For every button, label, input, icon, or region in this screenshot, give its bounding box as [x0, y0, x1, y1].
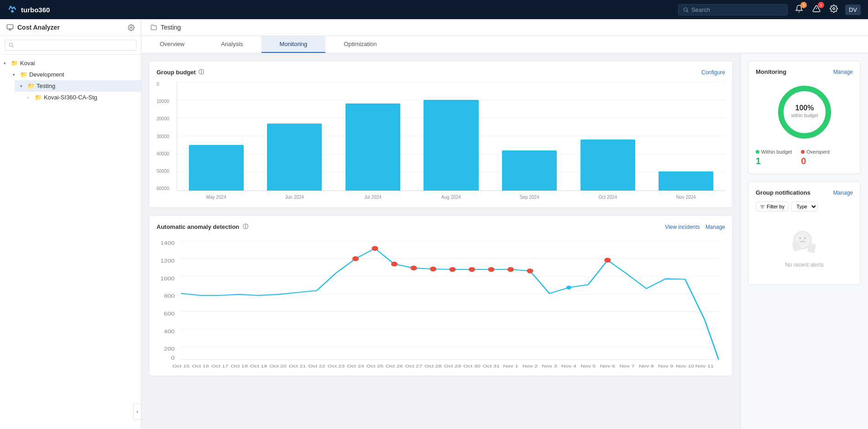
anomaly-dot	[352, 256, 359, 261]
anomaly-dot	[527, 269, 533, 274]
sidebar-search-input[interactable]	[16, 42, 132, 48]
manage-anomaly-link[interactable]: Manage	[706, 224, 725, 230]
svg-point-57	[781, 88, 828, 136]
notifications-manage-link[interactable]: Manage	[833, 190, 853, 196]
bar-group: Oct 2024	[569, 82, 647, 191]
no-alerts-text: No recent alerts	[785, 262, 824, 268]
svg-text:400: 400	[164, 329, 175, 334]
folder-icon: 📁	[11, 60, 18, 67]
sidebar-search[interactable]	[5, 40, 136, 51]
svg-text:1400: 1400	[160, 241, 174, 246]
svg-text:Nov 11: Nov 11	[695, 363, 714, 368]
brand: turbo360	[7, 5, 50, 15]
tab-monitoring[interactable]: Monitoring	[261, 36, 326, 53]
bar-group: Jul 2024	[334, 82, 412, 191]
bar	[267, 124, 322, 191]
bar-label: Jun 2024	[285, 195, 304, 200]
tab-analysis[interactable]: Analysis	[203, 36, 261, 53]
tree-item-testing[interactable]: ▾ 📁 Testing	[15, 80, 141, 92]
folder-icon: 📁	[35, 94, 42, 101]
sidebar-settings-icon[interactable]	[128, 24, 135, 31]
right-panel: Monitoring Manage 100% within budget	[740, 53, 868, 429]
tree-sub-kovai: ▾ 📁 Development ▾ 📁 Testing › 📁 Kov	[0, 69, 141, 103]
tree-item-kovai-si360[interactable]: › 📁 Kovai-SI360-CA-Stg	[22, 92, 141, 103]
tab-optimization[interactable]: Optimization	[325, 36, 395, 53]
svg-text:Oct 15: Oct 15	[173, 363, 189, 368]
tab-overview[interactable]: Overview	[141, 36, 203, 53]
svg-point-64	[799, 238, 801, 239]
svg-text:Oct 25: Oct 25	[366, 363, 383, 368]
svg-line-11	[12, 46, 14, 47]
sidebar-search-row	[0, 36, 141, 55]
svg-line-2	[687, 10, 688, 12]
folder-icon: 📁	[27, 83, 35, 89]
svg-point-1	[684, 8, 687, 11]
search-input[interactable]	[691, 6, 783, 13]
tree-item-development[interactable]: ▾ 📁 Development	[7, 69, 141, 80]
svg-text:Nov 4: Nov 4	[561, 363, 576, 368]
tree: ▾ 📁 Kovai ▾ 📁 Development ▾ 📁 Testing	[0, 55, 141, 106]
svg-text:1000: 1000	[160, 276, 174, 281]
bars-container: May 2024 Jun 2024 Jul 2024	[177, 82, 725, 191]
svg-text:Nov 2: Nov 2	[523, 363, 538, 368]
svg-text:Oct 26: Oct 26	[386, 363, 403, 368]
y-axis: 60000 50000 40000 30000 20000 10000 0	[157, 82, 177, 191]
svg-text:within budget: within budget	[790, 113, 818, 118]
svg-text:Oct 29: Oct 29	[444, 363, 461, 368]
svg-point-5	[833, 8, 835, 10]
user-avatar[interactable]: DV	[845, 5, 861, 15]
sidebar-title: Cost Analyzer	[6, 24, 60, 31]
within-budget-value: 1	[756, 156, 792, 166]
bar-chart: 60000 50000 40000 30000 20000 10000 0	[157, 82, 725, 200]
page-title: Testing	[161, 24, 181, 31]
svg-text:Oct 20: Oct 20	[269, 363, 286, 368]
alerts-btn[interactable]: 1	[810, 3, 822, 16]
anomaly-actions: View incidents Manage	[665, 224, 725, 230]
sidebar-search-icon	[9, 42, 14, 48]
type-select[interactable]: Type	[791, 202, 818, 212]
bar	[580, 140, 635, 191]
svg-text:0: 0	[171, 355, 175, 361]
top-nav-actions: 5 1 DV	[678, 3, 861, 16]
settings-btn[interactable]	[828, 3, 840, 16]
search-box[interactable]	[678, 4, 788, 16]
svg-text:Nov 7: Nov 7	[619, 363, 634, 368]
bar-group: Aug 2024	[412, 82, 491, 191]
svg-text:Oct 22: Oct 22	[308, 363, 325, 368]
content-area: Group budget ⓘ Configure 60000 50000 400…	[141, 53, 868, 429]
sidebar: Cost Analyzer ▾ 📁 Kovai	[0, 19, 141, 429]
anomaly-dot	[469, 267, 475, 272]
monitoring-manage-link[interactable]: Manage	[833, 69, 853, 75]
bar-label: Sep 2024	[520, 195, 539, 200]
page-header: Testing	[141, 19, 868, 36]
top-nav: turbo360 5 1	[0, 0, 868, 19]
filter-by-btn[interactable]: Filter by	[756, 202, 789, 212]
notifications-btn[interactable]: 5	[793, 3, 805, 16]
tree-sub-testing: › 📁 Kovai-SI360-CA-Stg	[15, 92, 141, 103]
red-dot	[801, 150, 805, 154]
sidebar-header: Cost Analyzer	[0, 19, 141, 36]
svg-text:Nov 10: Nov 10	[676, 363, 694, 368]
tree-item-label: Kovai-SI360-CA-Stg	[44, 94, 97, 101]
info-icon[interactable]: ⓘ	[243, 223, 248, 231]
filter-row: Filter by Type	[756, 202, 853, 212]
svg-rect-6	[7, 25, 13, 29]
anomaly-dot	[410, 265, 417, 270]
svg-text:Nov 8: Nov 8	[639, 363, 654, 368]
anomaly-line	[181, 248, 719, 360]
tree-item-label: Testing	[37, 83, 55, 89]
collapse-sidebar-btn[interactable]: ‹	[133, 403, 141, 420]
search-icon	[683, 7, 689, 13]
notifications-title: Group notifications	[756, 189, 810, 196]
tree-item-label: Development	[29, 71, 64, 78]
view-incidents-link[interactable]: View incidents	[665, 224, 700, 230]
green-dot	[756, 150, 759, 154]
tree-item-kovai[interactable]: ▾ 📁 Kovai	[0, 57, 141, 69]
bar-group: Sep 2024	[490, 82, 569, 191]
anomaly-card: Automatic anomaly detection ⓘ View incid…	[149, 215, 733, 376]
info-icon[interactable]: ⓘ	[199, 68, 204, 76]
svg-text:Oct 24: Oct 24	[347, 363, 364, 368]
bar-label: Oct 2024	[598, 195, 617, 200]
bar-group: Nov 2024	[647, 82, 725, 191]
configure-link[interactable]: Configure	[701, 69, 725, 76]
